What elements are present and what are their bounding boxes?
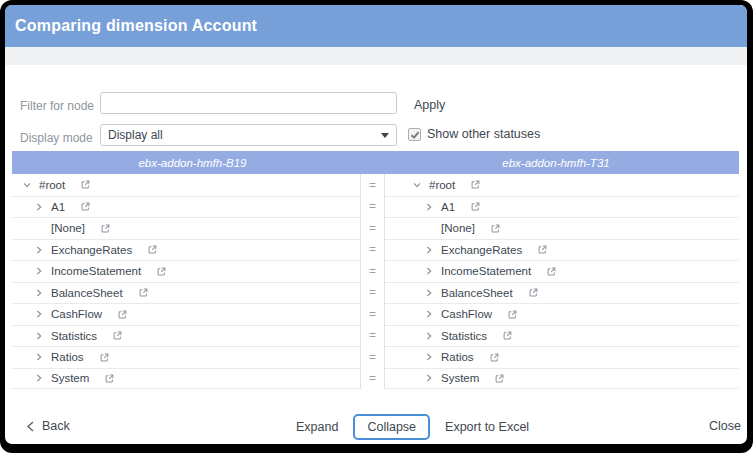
compare-row: Statistics = Statistics bbox=[12, 325, 739, 347]
open-node-icon[interactable] bbox=[502, 330, 513, 341]
relation-cell: = bbox=[360, 174, 385, 196]
chevron-icon[interactable] bbox=[424, 266, 434, 276]
footer-actions: Expand Collapse Export to Excel bbox=[296, 414, 529, 440]
equals-symbol: = bbox=[369, 178, 376, 192]
expand-button[interactable]: Expand bbox=[296, 420, 338, 434]
export-to-excel-button[interactable]: Export to Excel bbox=[445, 420, 529, 434]
tree-node-left: CashFlow bbox=[12, 303, 360, 325]
open-node-icon[interactable] bbox=[489, 352, 500, 363]
open-node-icon[interactable] bbox=[470, 179, 481, 190]
open-node-icon[interactable] bbox=[546, 266, 557, 277]
tree-node-left: #root bbox=[12, 174, 360, 196]
chevron-icon[interactable] bbox=[424, 202, 434, 212]
open-node-icon[interactable] bbox=[494, 373, 505, 384]
tree-node-left: ExchangeRates bbox=[12, 239, 360, 261]
compare-row: CashFlow = CashFlow bbox=[12, 303, 739, 325]
tree-node-right: Ratios bbox=[385, 346, 739, 368]
chevron-icon[interactable] bbox=[424, 331, 434, 341]
display-mode-select[interactable]: Display all bbox=[100, 124, 397, 146]
equals-symbol: = bbox=[369, 350, 376, 364]
node-label: CashFlow bbox=[441, 308, 492, 320]
equals-symbol: = bbox=[369, 264, 376, 278]
open-node-icon[interactable] bbox=[100, 223, 111, 234]
node-label: IncomeStatement bbox=[51, 265, 141, 277]
chevron-icon[interactable] bbox=[34, 288, 44, 298]
chevron-icon[interactable] bbox=[424, 245, 434, 255]
chevron-icon[interactable] bbox=[34, 309, 44, 319]
open-node-icon[interactable] bbox=[537, 244, 548, 255]
checkmark-icon bbox=[410, 130, 420, 140]
tree-node-right: [None] bbox=[385, 217, 739, 239]
open-node-icon[interactable] bbox=[470, 201, 481, 212]
filter-label: Filter for node bbox=[20, 99, 94, 113]
chevron-icon[interactable] bbox=[34, 202, 44, 212]
compare-row: ExchangeRates = ExchangeRates bbox=[12, 239, 739, 261]
open-node-icon[interactable] bbox=[104, 373, 115, 384]
back-button[interactable]: Back bbox=[26, 419, 70, 433]
equals-symbol: = bbox=[369, 242, 376, 256]
tree-node-left: Ratios bbox=[12, 346, 360, 368]
open-node-icon[interactable] bbox=[147, 244, 158, 255]
show-other-statuses-checkbox[interactable] bbox=[408, 128, 421, 141]
chevron-icon[interactable] bbox=[34, 373, 44, 383]
relation-cell: = bbox=[360, 368, 385, 390]
chevron-icon[interactable] bbox=[424, 373, 434, 383]
chevron-left-icon bbox=[26, 421, 35, 432]
equals-symbol: = bbox=[369, 199, 376, 213]
left-dataspace-header: ebx-addon-hmfh-B19 bbox=[12, 157, 373, 169]
open-node-icon[interactable] bbox=[99, 352, 110, 363]
chevron-icon[interactable] bbox=[412, 180, 422, 190]
node-label: Ratios bbox=[51, 351, 84, 363]
node-label: #root bbox=[39, 179, 65, 191]
relation-cell: = bbox=[360, 217, 385, 239]
chevron-icon[interactable] bbox=[424, 309, 434, 319]
open-node-icon[interactable] bbox=[80, 179, 91, 190]
chevron-icon[interactable] bbox=[34, 266, 44, 276]
open-node-icon[interactable] bbox=[507, 309, 518, 320]
right-dataspace-header: ebx-addon-hmfh-T31 bbox=[373, 157, 739, 169]
relation-cell: = bbox=[360, 260, 385, 282]
tree-node-left: Statistics bbox=[12, 325, 360, 347]
open-node-icon[interactable] bbox=[138, 287, 149, 298]
compare-dialog: Comparing dimension Account Filter for n… bbox=[5, 5, 747, 444]
compare-table-header: ebx-addon-hmfh-B19 ebx-addon-hmfh-T31 bbox=[12, 151, 739, 174]
chevron-icon[interactable] bbox=[34, 331, 44, 341]
relation-cell: = bbox=[360, 346, 385, 368]
chevron-icon[interactable] bbox=[22, 180, 32, 190]
display-mode-value: Display all bbox=[108, 128, 163, 142]
equals-symbol: = bbox=[369, 307, 376, 321]
node-label: System bbox=[51, 372, 89, 384]
chevron-icon[interactable] bbox=[34, 352, 44, 362]
node-label: Ratios bbox=[441, 351, 474, 363]
open-node-icon[interactable] bbox=[156, 266, 167, 277]
title-substrip bbox=[5, 47, 747, 65]
dialog-title-bar: Comparing dimension Account bbox=[5, 5, 747, 47]
node-label: BalanceSheet bbox=[51, 287, 123, 299]
apply-button[interactable]: Apply bbox=[414, 98, 445, 112]
compare-row: Ratios = Ratios bbox=[12, 346, 739, 368]
compare-row: System = System bbox=[12, 368, 739, 390]
show-other-statuses-label: Show other statuses bbox=[427, 127, 540, 141]
chevron-icon[interactable] bbox=[424, 288, 434, 298]
tree-node-right: IncomeStatement bbox=[385, 260, 739, 282]
display-mode-label: Display mode bbox=[20, 131, 93, 145]
chevron-icon[interactable] bbox=[34, 245, 44, 255]
open-node-icon[interactable] bbox=[112, 330, 123, 341]
node-label: BalanceSheet bbox=[441, 287, 513, 299]
open-node-icon[interactable] bbox=[80, 201, 91, 212]
node-label: #root bbox=[429, 179, 455, 191]
tree-node-left: System bbox=[12, 368, 360, 390]
relation-cell: = bbox=[360, 303, 385, 325]
close-button[interactable]: Close bbox=[709, 419, 741, 433]
equals-symbol: = bbox=[369, 221, 376, 235]
tree-node-right: #root bbox=[385, 174, 739, 196]
chevron-icon[interactable] bbox=[424, 352, 434, 362]
filter-input[interactable] bbox=[100, 92, 397, 114]
node-label: System bbox=[441, 372, 479, 384]
open-node-icon[interactable] bbox=[490, 223, 501, 234]
node-label: Statistics bbox=[441, 330, 487, 342]
open-node-icon[interactable] bbox=[528, 287, 539, 298]
relation-cell: = bbox=[360, 196, 385, 218]
open-node-icon[interactable] bbox=[117, 309, 128, 320]
collapse-button[interactable]: Collapse bbox=[353, 414, 430, 440]
